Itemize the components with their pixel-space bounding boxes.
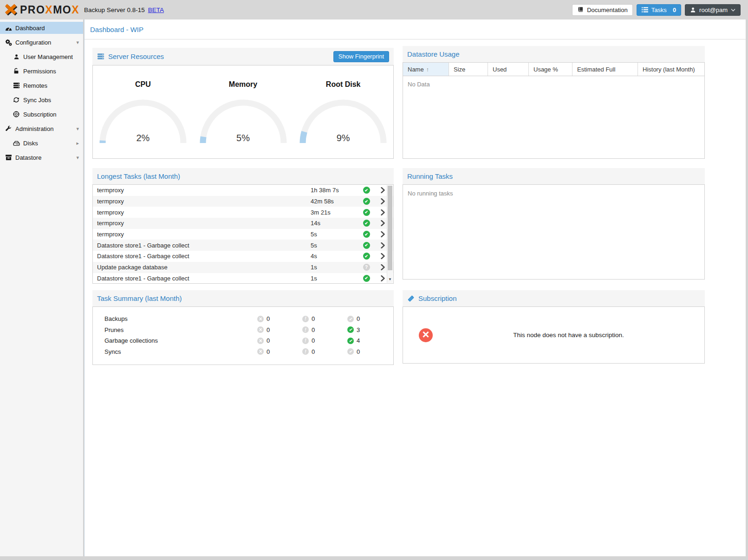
scrollbar[interactable] bbox=[387, 185, 393, 283]
no-subscription-icon bbox=[419, 328, 433, 342]
task-row[interactable]: termproxy 42m 58s bbox=[93, 196, 393, 207]
task-status-icon bbox=[363, 209, 370, 216]
sidebar-item-subscription[interactable]: Subscription bbox=[0, 108, 83, 120]
column-header-estimated-full[interactable]: Estimated Full bbox=[572, 63, 638, 76]
summary-row: Prunes 0 0 3 bbox=[104, 325, 393, 336]
task-status-icon bbox=[363, 231, 370, 238]
user-menu-button[interactable]: root@pam bbox=[685, 4, 741, 16]
archive-box-icon bbox=[5, 154, 12, 161]
sidebar: Dashboard Configuration User Management … bbox=[0, 20, 84, 556]
scrollbar-down-icon[interactable] bbox=[387, 276, 393, 283]
sidebar-item-administration[interactable]: Administration bbox=[0, 123, 83, 135]
task-summary-panel: Task Summary (last Month) Backups 0 0 0 … bbox=[92, 290, 394, 365]
sidebar-item-disks[interactable]: Disks bbox=[0, 137, 83, 149]
beta-link[interactable]: BETA bbox=[148, 7, 164, 13]
book-icon bbox=[577, 7, 584, 13]
datastore-usage-panel: Datastore Usage Name Size Used Usage % E… bbox=[403, 46, 705, 159]
warning-count-icon bbox=[302, 316, 309, 322]
memory-gauge-value: 5% bbox=[197, 133, 290, 143]
task-row[interactable]: termproxy 5s bbox=[93, 229, 393, 240]
sync-icon bbox=[13, 96, 20, 104]
logo-wordmark: PROXMOX bbox=[20, 4, 79, 16]
expand-right-icon[interactable] bbox=[76, 141, 79, 146]
table-header-row: Name Size Used Usage % Estimated Full Hi… bbox=[403, 63, 704, 76]
task-row[interactable]: termproxy 3m 21s bbox=[93, 207, 393, 218]
running-tasks-header: Running Tasks bbox=[403, 168, 705, 184]
running-tasks-body: No running tasks bbox=[403, 184, 705, 280]
root-disk-gauge-value: 9% bbox=[297, 133, 390, 143]
warning-count-icon bbox=[302, 326, 309, 333]
sidebar-item-dashboard[interactable]: Dashboard bbox=[0, 22, 83, 34]
error-count-icon bbox=[257, 316, 264, 322]
task-row[interactable]: Datastore store1 - Garbage collect 1s bbox=[93, 273, 393, 284]
sort-ascending-icon bbox=[426, 66, 429, 73]
longest-tasks-list: termproxy 1h 38m 7s termproxy 42m 58s te… bbox=[92, 184, 394, 284]
server-resources-panel: Server Resources Show Fingerprint CPU 2% bbox=[92, 48, 394, 159]
task-status-icon bbox=[363, 187, 370, 194]
column-header-name[interactable]: Name bbox=[403, 63, 449, 76]
server-stack-icon bbox=[97, 53, 104, 60]
sidebar-item-datastore[interactable]: Datastore bbox=[0, 151, 83, 163]
tasks-count-badge: 0 bbox=[673, 7, 676, 13]
task-status-icon bbox=[363, 220, 370, 227]
expand-down-icon[interactable] bbox=[76, 126, 79, 131]
hdd-icon bbox=[13, 139, 20, 147]
cpu-gauge-value: 2% bbox=[97, 133, 189, 143]
root-disk-gauge: Root Disk 9% bbox=[293, 65, 393, 158]
server-resources-body: CPU 2% Memory bbox=[92, 65, 394, 159]
sidebar-item-configuration[interactable]: Configuration bbox=[0, 36, 83, 48]
sidebar-item-user-management[interactable]: User Management bbox=[0, 51, 83, 63]
task-row[interactable]: Update package database 1s bbox=[93, 262, 393, 273]
subscription-body: This node does not have a subscription. bbox=[403, 306, 705, 364]
subscription-panel: Subscription This node does not have a s… bbox=[403, 290, 705, 364]
task-row[interactable]: Datastore store1 - Garbage collect 4s bbox=[93, 251, 393, 262]
cpu-gauge: CPU 2% bbox=[93, 65, 193, 158]
documentation-button[interactable]: Documentation bbox=[572, 4, 632, 16]
column-header-size[interactable]: Size bbox=[449, 63, 488, 76]
warning-count-icon bbox=[302, 348, 309, 355]
content-header: Dashboard - WIP bbox=[85, 20, 746, 39]
sidebar-item-sync-jobs[interactable]: Sync Jobs bbox=[0, 94, 83, 106]
user-icon bbox=[690, 7, 696, 13]
ok-count-icon bbox=[347, 316, 354, 322]
dashboard: Server Resources Show Fingerprint CPU 2% bbox=[85, 39, 746, 365]
ok-count-icon bbox=[347, 338, 354, 344]
task-summary-header: Task Summary (last Month) bbox=[92, 290, 394, 306]
datastore-usage-header: Datastore Usage bbox=[403, 46, 705, 62]
column-header-usage-pct[interactable]: Usage % bbox=[529, 63, 572, 76]
sidebar-item-remotes[interactable]: Remotes bbox=[0, 79, 83, 91]
task-summary-body: Backups 0 0 0 Prunes 0 0 3 Garbage colle… bbox=[92, 306, 394, 365]
longest-tasks-header: Longest Tasks (last Month) bbox=[92, 168, 394, 184]
expand-down-icon[interactable] bbox=[76, 40, 79, 45]
subscription-message: This node does not have a subscription. bbox=[433, 332, 704, 339]
task-status-icon bbox=[363, 198, 370, 205]
scrollbar-thumb[interactable] bbox=[388, 186, 392, 270]
show-fingerprint-button[interactable]: Show Fingerprint bbox=[333, 51, 389, 62]
app-subtitle: Backup Server 0.8-15 bbox=[84, 7, 145, 13]
ticket-icon bbox=[407, 295, 415, 302]
column-header-history[interactable]: History (last Month) bbox=[638, 63, 703, 76]
column-header-used[interactable]: Used bbox=[488, 63, 529, 76]
life-ring-icon bbox=[13, 111, 20, 118]
summary-row: Garbage collections 0 0 4 bbox=[104, 335, 393, 346]
task-status-icon bbox=[363, 275, 370, 282]
expand-down-icon[interactable] bbox=[76, 155, 79, 160]
top-bar: PROXMOX Backup Server 0.8-15 BETA Docume… bbox=[0, 0, 748, 20]
task-row[interactable]: termproxy 14s bbox=[93, 218, 393, 229]
page-title: Dashboard - WIP bbox=[90, 26, 143, 33]
unlock-icon bbox=[13, 67, 20, 75]
task-row[interactable]: termproxy 1h 38m 7s bbox=[93, 185, 393, 196]
running-tasks-panel: Running Tasks No running tasks bbox=[403, 168, 705, 280]
sidebar-item-permissions[interactable]: Permissions bbox=[0, 65, 83, 77]
warning-count-icon bbox=[302, 338, 309, 344]
error-count-icon bbox=[257, 338, 264, 344]
tasks-button[interactable]: Tasks 0 bbox=[637, 4, 681, 16]
task-row[interactable]: Datastore store1 - Garbage collect 5s bbox=[93, 240, 393, 251]
tachometer-icon bbox=[5, 24, 12, 32]
topbar-actions: Documentation Tasks 0 root@pam bbox=[572, 4, 741, 16]
datastore-usage-table: Name Size Used Usage % Estimated Full Hi… bbox=[403, 62, 705, 159]
error-count-icon bbox=[257, 348, 264, 355]
subscription-header: Subscription bbox=[403, 290, 705, 306]
table-empty-state: No Data bbox=[403, 76, 704, 88]
summary-row: Syncs 0 0 0 bbox=[104, 346, 393, 358]
